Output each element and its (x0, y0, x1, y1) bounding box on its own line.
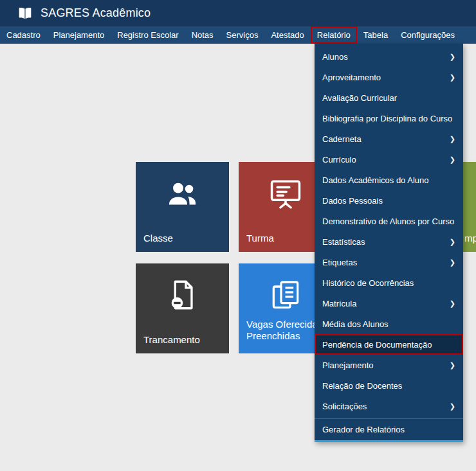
dropdown-item-label: Caderneta (322, 134, 362, 144)
dropdown-item-relacao-de-docentes[interactable]: Relação de Docentes (315, 375, 463, 396)
dropdown-item-alunos[interactable]: Alunos ❯ (315, 46, 463, 67)
dropdown-item-caderneta[interactable]: Caderneta ❯ (315, 129, 463, 149)
document-minus-icon (136, 278, 229, 312)
dropdown-item-avaliacao-curricular[interactable]: Avaliação Curricular (315, 87, 463, 108)
dropdown-item-curriculo[interactable]: Currículo ❯ (315, 149, 463, 170)
dropdown-item-label: Relação de Docentes (322, 381, 402, 391)
dropdown-item-label: Bibliografia por Disciplina do Curso (322, 114, 452, 123)
menubar-item-planejamento[interactable]: Planejamento (47, 26, 111, 44)
dropdown-item-label: Etiquetas (322, 258, 357, 267)
menubar-item-tabela[interactable]: Tabela (357, 26, 394, 44)
submenu-chevron-icon: ❯ (450, 238, 455, 246)
dropdown-item-historico-de-ocorrencias[interactable]: Histórico de Ocorrências (315, 272, 463, 293)
menubar-item-relatorio[interactable]: Relatório (311, 26, 357, 44)
submenu-chevron-icon: ❯ (450, 299, 455, 308)
tile-trancamento[interactable]: Trancamento (136, 263, 229, 353)
app-title: SAGRES Acadêmico (41, 6, 151, 20)
dropdown-item-label: Currículo (322, 155, 356, 164)
dropdown-item-label: Avaliação Curricular (322, 93, 397, 103)
dropdown-item-label: Alunos (322, 52, 348, 62)
dropdown-item-label: Estatísticas (322, 237, 365, 247)
submenu-chevron-icon: ❯ (450, 73, 455, 82)
dropdown-item-matricula[interactable]: Matrícula ❯ (315, 293, 463, 314)
menubar-item-configuracoes[interactable]: Configurações (394, 26, 461, 44)
app-header: SAGRES Acadêmico (0, 0, 476, 26)
tile-label-line2: Preenchidas (246, 330, 322, 342)
submenu-chevron-icon: ❯ (450, 156, 455, 164)
tile-label: Trancamento (143, 334, 200, 345)
submenu-chevron-icon: ❯ (450, 258, 455, 267)
dropdown-item-gerador-de-relatorios[interactable]: Gerador de Relatórios (315, 419, 463, 440)
tile-label: Turma (246, 233, 274, 244)
tile-label: Classe (143, 233, 173, 244)
dropdown-item-planejamento[interactable]: Planejamento ❯ (315, 355, 463, 375)
dropdown-item-label: Demonstrativo de Alunos por Curso (322, 217, 454, 226)
dropdown-item-label: Matrícula (322, 299, 356, 308)
tile-classe[interactable]: Classe (136, 162, 229, 252)
menubar-item-notas[interactable]: Notas (185, 26, 220, 44)
submenu-chevron-icon: ❯ (450, 402, 455, 411)
dropdown-item-label: Pendência de Documentação (322, 340, 432, 350)
dropdown-item-demonstrativo-de-alunos-por-curso[interactable]: Demonstrativo de Alunos por Curso (315, 211, 463, 231)
menubar-item-cadastro[interactable]: Cadastro (0, 26, 47, 44)
dropdown-item-label: Média dos Alunos (322, 319, 389, 329)
menubar-item-servicos[interactable]: Serviços (220, 26, 265, 44)
dropdown-item-solicitacoes[interactable]: Solicitações ❯ (315, 396, 463, 416)
dropdown-item-estatisticas[interactable]: Estatísticas ❯ (315, 231, 463, 252)
dropdown-item-label: Planejamento (322, 360, 374, 370)
dropdown-item-media-dos-alunos[interactable]: Média dos Alunos (315, 314, 463, 334)
dropdown-item-label: Histórico de Ocorrências (322, 278, 414, 288)
tile-label-fragment: mp (464, 233, 476, 244)
menubar-item-registro-escolar[interactable]: Registro Escolar (111, 26, 185, 44)
dropdown-item-etiquetas[interactable]: Etiquetas ❯ (315, 252, 463, 272)
people-icon (136, 176, 229, 212)
dropdown-item-label: Dados Acadêmicos do Aluno (322, 175, 429, 185)
menubar-item-atestado[interactable]: Atestado (264, 26, 310, 44)
dropdown-item-aproveitamento[interactable]: Aproveitamento ❯ (315, 67, 463, 87)
dropdown-item-pendencia-de-documentacao[interactable]: Pendência de Documentação (315, 334, 463, 355)
dropdown-item-dados-academicos-do-aluno[interactable]: Dados Acadêmicos do Aluno (315, 170, 463, 190)
submenu-chevron-icon: ❯ (450, 361, 455, 369)
menubar: Cadastro Planejamento Registro Escolar N… (0, 26, 476, 44)
dropdown-item-dados-pessoais[interactable]: Dados Pessoais (315, 190, 463, 211)
dropdown-item-label: Solicitações (322, 402, 367, 411)
book-icon (17, 5, 33, 22)
submenu-chevron-icon: ❯ (450, 53, 455, 61)
dropdown-item-label: Gerador de Relatórios (322, 425, 405, 434)
tile-label-line1: Vagas Oferecidas (246, 319, 322, 330)
dropdown-item-label: Aproveitamento (322, 73, 381, 82)
dropdown-item-bibliografia-por-disciplina-do-curso[interactable]: Bibliografia por Disciplina do Curso (315, 108, 463, 129)
relatorio-dropdown-menu: Alunos ❯ Aproveitamento ❯ Avaliação Curr… (315, 44, 463, 442)
tile-label: Vagas Oferecidas Preenchidas (246, 319, 322, 342)
submenu-chevron-icon: ❯ (450, 135, 455, 143)
dropdown-item-label: Dados Pessoais (322, 196, 383, 206)
